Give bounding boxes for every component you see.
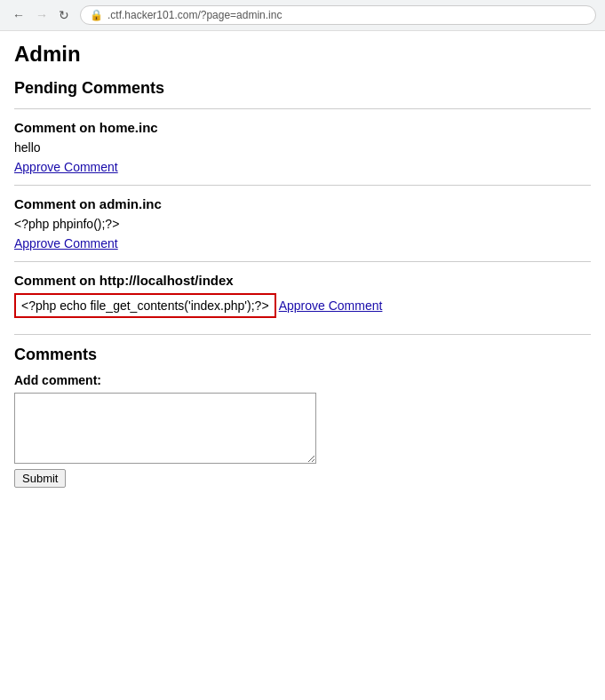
comment-heading-2: Comment on admin.inc	[14, 196, 591, 211]
pending-comments-title: Pending Comments	[14, 79, 591, 98]
approve-link-3[interactable]: Approve Comment	[279, 298, 383, 313]
address-bar[interactable]: 🔒 .ctf.hacker101.com/?page=admin.inc	[80, 5, 596, 25]
comment-block-3: Comment on http://localhost/index <?php …	[14, 273, 591, 323]
approve-link-2[interactable]: Approve Comment	[14, 236, 118, 251]
comments-section: Comments Add comment: Submit	[14, 346, 591, 488]
comment-text-2: <?php phpinfo();?>	[14, 217, 591, 231]
browser-toolbar: ← → ↻ 🔒 .ctf.hacker101.com/?page=admin.i…	[0, 0, 605, 31]
divider-1	[14, 108, 591, 109]
forward-button[interactable]: →	[32, 6, 52, 24]
comment-heading-3: Comment on http://localhost/index	[14, 273, 591, 288]
nav-buttons: ← → ↻	[9, 6, 73, 24]
comment-input[interactable]	[14, 393, 316, 464]
submit-button[interactable]: Submit	[14, 469, 66, 488]
page-title: Admin	[14, 42, 591, 67]
page-content: Admin Pending Comments Comment on home.i…	[0, 31, 605, 498]
comment-text-1: hello	[14, 140, 591, 155]
comment-block-2: Comment on admin.inc <?php phpinfo();?> …	[14, 196, 591, 251]
lock-icon: 🔒	[90, 9, 103, 21]
comment-block-1: Comment on home.inc hello Approve Commen…	[14, 120, 591, 174]
divider-4	[14, 334, 591, 335]
comments-title: Comments	[14, 346, 591, 364]
reload-button[interactable]: ↻	[55, 6, 73, 24]
comment-highlighted-3: <?php echo file_get_contents('index.php'…	[14, 293, 276, 318]
comment-heading-1: Comment on home.inc	[14, 120, 591, 135]
divider-2	[14, 185, 591, 186]
back-button[interactable]: ←	[9, 6, 28, 24]
approve-link-1[interactable]: Approve Comment	[14, 160, 118, 174]
divider-3	[14, 261, 591, 262]
comment-text-3: <?php echo file_get_contents('index.php'…	[21, 298, 269, 313]
add-comment-label: Add comment:	[14, 373, 591, 387]
url-text: .ctf.hacker101.com/?page=admin.inc	[107, 9, 282, 21]
